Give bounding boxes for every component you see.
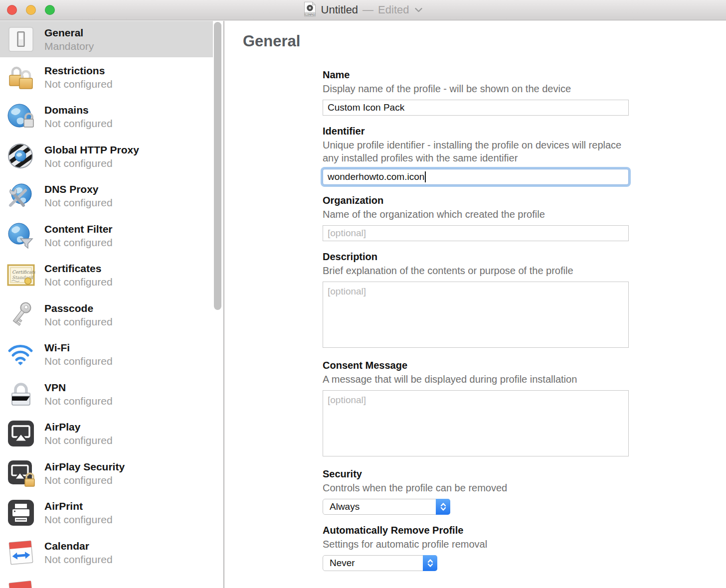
globe-tools-icon <box>6 181 35 210</box>
sidebar-item-status: Not configured <box>44 156 139 170</box>
sidebar-item-label: Content Filter <box>44 222 113 236</box>
stepper-icon <box>423 555 437 571</box>
sidebar-item-label: Passcode <box>44 301 113 315</box>
name-input[interactable] <box>323 100 629 116</box>
calendar-icon <box>6 538 35 567</box>
certificate-icon: Certificate Standard <box>6 261 35 290</box>
sidebar-item-label: Restrictions <box>44 64 113 77</box>
sidebar-item-status: Mandatory <box>44 39 94 53</box>
description-description: Brief explanation of the contents or pur… <box>323 264 629 277</box>
sidebar-item-status: Not configured <box>44 434 113 447</box>
sidebar-item-status: Not configured <box>44 513 113 526</box>
sidebar-item-certificates[interactable]: Certificate Standard Certificates Not co… <box>0 256 213 295</box>
identifier-label: Identifier <box>323 125 629 138</box>
sidebar-item-global-http-proxy[interactable]: Global HTTP Proxy Not configured <box>0 137 213 176</box>
sidebar-item-status: Not configured <box>44 77 113 91</box>
security-description: Controls when the profile can be removed <box>323 481 629 494</box>
sidebar-item-airplay-security[interactable]: AirPlay Security Not configured <box>0 453 213 493</box>
sidebar-item-status: Not configured <box>44 473 125 487</box>
organization-label: Organization <box>323 194 629 207</box>
airplay-lock-icon <box>6 459 35 488</box>
sidebar-item-status: Not configured <box>44 236 113 249</box>
sidebar-item-general[interactable]: General Mandatory <box>0 21 213 57</box>
close-button[interactable] <box>7 5 17 15</box>
sidebar-item-domains[interactable]: Domains Not configured <box>0 97 213 137</box>
sidebar-item-status: Not configured <box>44 196 113 209</box>
document-proxy-icon[interactable]: CONFIG <box>304 1 317 19</box>
identifier-value: wonderhowto.com.icon <box>328 171 424 182</box>
sidebar-item-content-filter[interactable]: Content Filter Not configured <box>0 216 213 256</box>
title-chevron-icon[interactable] <box>414 7 422 12</box>
sidebar-item-label: DNS Proxy <box>44 182 113 196</box>
sidebar-item-label: Wi-Fi <box>44 341 113 354</box>
printer-icon <box>6 498 35 527</box>
title-bar: CONFIG Untitled — Edited <box>0 0 726 20</box>
sidebar-scrollbar-thumb[interactable] <box>214 22 221 310</box>
sidebar-item-dns-proxy[interactable]: DNS Proxy Not configured <box>0 176 213 216</box>
light-switch-icon <box>6 25 35 54</box>
sidebar-item-label: AirPlay <box>44 420 113 434</box>
sidebar-item-status: Not configured <box>44 354 113 368</box>
general-settings-pane: General Name Display name of the profile… <box>225 21 726 588</box>
auto-remove-label: Automatically Remove Profile <box>323 524 629 537</box>
description-textarea[interactable] <box>323 282 629 348</box>
security-select[interactable]: Always <box>323 499 450 515</box>
sidebar-item-label: Calendar <box>44 539 113 553</box>
description-label: Description <box>323 250 629 263</box>
configurator-window: CONFIG Untitled — Edited <box>0 0 726 588</box>
identifier-input[interactable]: wonderhowto.com.icon <box>323 169 629 185</box>
sidebar-item-passcode[interactable]: Passcode Not configured <box>0 295 213 335</box>
sidebar-item-label: General <box>44 26 94 39</box>
auto-remove-selected-value: Never <box>323 558 355 569</box>
general-form: Name Display name of the profile - will … <box>323 68 629 571</box>
organization-description: Name of the organization which created t… <box>323 208 629 221</box>
window-title: Untitled <box>321 3 359 16</box>
page-title: General <box>243 32 726 50</box>
consent-message-label: Consent Message <box>323 359 629 372</box>
globe-stripes-icon <box>6 142 35 171</box>
svg-text:CONFIG: CONFIG <box>305 12 315 15</box>
sidebar-divider <box>223 21 224 588</box>
striped-lock-icon <box>6 380 35 409</box>
sidebar-item-status: Not configured <box>44 315 113 328</box>
minimize-button[interactable] <box>26 5 36 15</box>
title-separator: — <box>363 3 373 16</box>
sidebar-item-airprint[interactable]: AirPrint Not configured <box>0 493 213 533</box>
sidebar-item-label: Certificates <box>44 262 113 275</box>
padlocks-icon <box>6 63 35 92</box>
security-label: Security <box>323 467 629 480</box>
sidebar-item-label: Global HTTP Proxy <box>44 143 139 156</box>
name-label: Name <box>323 68 629 81</box>
sidebar-item-label: Subscribed Calendars <box>44 586 155 588</box>
sidebar-item-subscribed-calendars[interactable]: Subscribed Calendars <box>0 573 213 588</box>
sidebar-item-wifi[interactable]: Wi-Fi Not configured <box>0 335 213 375</box>
sidebar-item-status: Not configured <box>44 553 113 566</box>
subscribed-calendar-icon <box>6 578 35 588</box>
sidebar-item-status: Not configured <box>44 394 113 408</box>
payload-sidebar: General Mandatory Restricti <box>0 21 224 588</box>
auto-remove-select[interactable]: Never <box>323 555 437 571</box>
sidebar-item-airplay[interactable]: AirPlay Not configured <box>0 414 213 454</box>
key-icon <box>6 300 35 329</box>
edited-status: Edited <box>378 3 409 16</box>
sidebar-item-label: AirPrint <box>44 499 113 513</box>
security-selected-value: Always <box>323 501 360 512</box>
sidebar-item-label: Domains <box>44 103 113 117</box>
organization-input[interactable] <box>323 225 629 241</box>
auto-remove-description: Settings for automatic profile removal <box>323 538 629 551</box>
name-description: Display name of the profile - will be sh… <box>323 82 629 95</box>
sidebar-item-label: AirPlay Security <box>44 460 125 473</box>
sidebar-item-label: VPN <box>44 381 113 394</box>
sidebar-item-calendar[interactable]: Calendar Not configured <box>0 533 213 573</box>
identifier-description: Unique profile identifier - installing t… <box>323 139 629 164</box>
text-caret <box>425 171 426 182</box>
consent-message-textarea[interactable] <box>323 390 629 456</box>
sidebar-item-vpn[interactable]: VPN Not configured <box>0 374 213 414</box>
stepper-icon <box>436 499 450 515</box>
zoom-button[interactable] <box>45 5 55 15</box>
airplay-icon <box>6 419 35 448</box>
globe-funnel-icon <box>6 221 35 250</box>
wifi-icon <box>6 340 35 369</box>
sidebar-item-restrictions[interactable]: Restrictions Not configured <box>0 57 213 97</box>
sidebar-item-status: Not configured <box>44 275 113 289</box>
